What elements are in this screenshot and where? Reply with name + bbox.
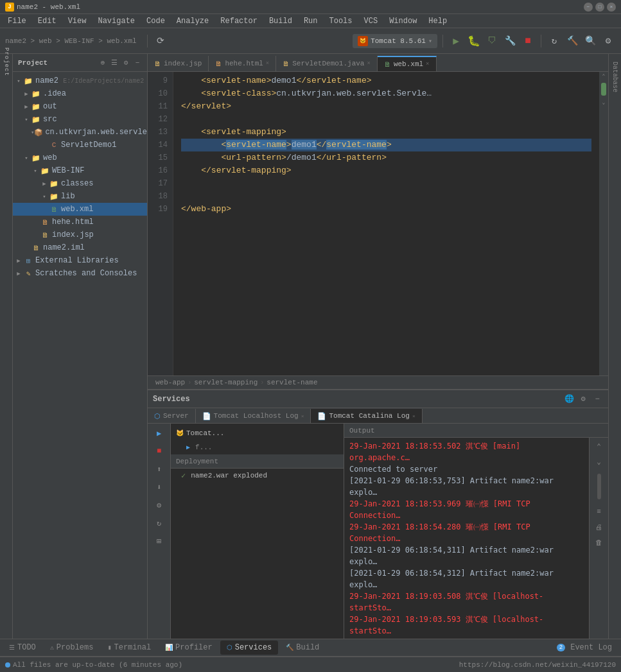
- tab-index-jsp[interactable]: 🗎 index.jsp: [148, 56, 209, 71]
- sidebar-project-icon[interactable]: Project: [1, 56, 12, 67]
- service-settings-btn[interactable]: ⚙: [152, 498, 166, 512]
- close-button[interactable]: ×: [607, 3, 616, 12]
- menu-view[interactable]: View: [63, 15, 92, 27]
- output-scroll-down-btn[interactable]: ⌄: [593, 456, 605, 467]
- service-run-btn[interactable]: ▶: [152, 426, 166, 440]
- menu-build[interactable]: Build: [264, 15, 297, 27]
- menu-analyze[interactable]: Analyze: [171, 15, 214, 27]
- toolbar-tab-services[interactable]: ⬡ Services: [220, 641, 279, 655]
- tab-servletdemo1-java[interactable]: 🗎 ServletDemo1.java ×: [276, 56, 378, 71]
- panel-sync-btn[interactable]: ⊕: [98, 58, 107, 67]
- line-numbers: 9 10 11 12 13 ◈ 14 15 16 17 18 19: [148, 72, 173, 375]
- run-btn[interactable]: ▶: [448, 33, 464, 49]
- editor-section: Project Project ⊕ ☰ ⚙ −: [0, 54, 621, 646]
- panel-globe-btn[interactable]: 🌐: [563, 393, 575, 405]
- tree-item-webxml[interactable]: 🗎 web.xml: [13, 203, 147, 216]
- menu-file[interactable]: File: [3, 15, 31, 27]
- output-scroll-up-btn[interactable]: ⌃: [593, 440, 605, 452]
- tree-item-package[interactable]: ▾ 📦 cn.utkvrjan.web.servlet: [13, 126, 147, 139]
- menu-code[interactable]: Code: [141, 15, 170, 27]
- panel-collapse-btn[interactable]: ☰: [110, 58, 119, 67]
- update-btn[interactable]: ↻: [547, 33, 562, 49]
- service-stop-btn[interactable]: ■: [152, 444, 166, 458]
- tomcat-dropdown-icon[interactable]: ▾: [428, 37, 432, 45]
- service-refresh-btn[interactable]: ↻: [152, 516, 166, 530]
- tab-webxml-label: web.xml: [394, 60, 423, 68]
- build-btn[interactable]: 🔨: [564, 33, 580, 49]
- toolbar-tab-terminal[interactable]: ▮ Terminal: [101, 641, 157, 655]
- tree-item-name2[interactable]: ▾ 📁 name2 E:/IdeaProjects/name2: [13, 74, 147, 87]
- lib-folder-icon: 📁: [49, 191, 59, 202]
- menu-navigate[interactable]: Navigate: [92, 15, 140, 27]
- debug-btn[interactable]: 🐛: [466, 33, 482, 49]
- services-item-folder[interactable]: ▶ f...: [171, 440, 344, 454]
- tab-hehe-close[interactable]: ×: [266, 60, 269, 67]
- deployment-item[interactable]: ✓ name2.war exploded: [171, 469, 344, 483]
- maximize-button[interactable]: □: [595, 3, 604, 12]
- tree-item-hehe[interactable]: 🗎 hehe.html: [13, 216, 147, 228]
- panel-gear-btn[interactable]: ⚙: [577, 393, 589, 405]
- tree-item-iml[interactable]: 🗎 name2.iml: [13, 241, 147, 254]
- tomcat-badge[interactable]: 🐱 Tomcat 8.5.61 ▾: [353, 34, 437, 48]
- menu-refactor[interactable]: Refactor: [215, 15, 263, 27]
- tab-catalina-close[interactable]: ×: [412, 413, 415, 419]
- output-print-btn[interactable]: 🖨: [593, 521, 605, 533]
- database-label[interactable]: Database: [611, 62, 618, 92]
- output-clear-btn[interactable]: 🗑: [593, 537, 605, 548]
- tab-server[interactable]: ⬡ Server: [148, 409, 196, 423]
- tree-item-classes[interactable]: ▶ 📁 classes: [13, 177, 147, 190]
- panel-minimize-btn[interactable]: −: [591, 393, 603, 405]
- tab-tomcat-localhost[interactable]: 📄 Tomcat Localhost Log ×: [196, 409, 311, 423]
- code-content[interactable]: <servlet-name>demo1</servlet-name> <serv…: [173, 72, 599, 375]
- tree-item-lib[interactable]: ▾ 📁 lib: [13, 190, 147, 203]
- stop-btn[interactable]: ■: [520, 33, 536, 49]
- toolbar-tab-profiler[interactable]: 📊 Profiler: [159, 641, 219, 655]
- menu-window[interactable]: Window: [384, 15, 422, 27]
- tab-webxml-close[interactable]: ×: [426, 61, 429, 67]
- status-dot-icon: [5, 662, 10, 668]
- services-item-tomcat[interactable]: 🐱 Tomcat...: [171, 426, 344, 440]
- minimize-button[interactable]: −: [584, 3, 593, 12]
- tree-item-external[interactable]: ▶ ⊞ External Libraries: [13, 254, 147, 267]
- menu-tools[interactable]: Tools: [324, 15, 358, 27]
- search-btn[interactable]: 🔍: [582, 33, 598, 49]
- panel-settings-btn[interactable]: ⚙: [121, 58, 130, 67]
- tab-servlet-close[interactable]: ×: [367, 60, 370, 67]
- panel-hide-btn[interactable]: −: [133, 58, 142, 67]
- menu-help[interactable]: Help: [423, 15, 452, 27]
- tab-localhost-close[interactable]: ×: [301, 413, 304, 419]
- tree-item-webinf[interactable]: ▾ 📁 WEB-INF: [13, 164, 147, 177]
- toolbar-sync-btn[interactable]: ⟳: [153, 33, 168, 49]
- service-deploy-btn[interactable]: ⬆: [152, 462, 166, 476]
- tab-web-xml[interactable]: 🗎 web.xml ×: [378, 56, 437, 71]
- tree-item-src[interactable]: ▾ 📁 src: [13, 113, 147, 126]
- service-layout-btn[interactable]: ⊞: [152, 534, 166, 548]
- tree-item-servletdemo1[interactable]: C ServletDemo1: [13, 139, 147, 151]
- tree-item-index[interactable]: 🗎 index.jsp: [13, 228, 147, 241]
- settings-btn[interactable]: ⚙: [600, 33, 616, 49]
- toolbar-tab-build[interactable]: 🔨 Build: [279, 641, 326, 655]
- menu-edit[interactable]: Edit: [33, 15, 62, 27]
- tab-hehe-html[interactable]: 🗎 hehe.html ×: [209, 56, 276, 71]
- output-log[interactable]: 29-Jan-2021 18:18:53.502 淇℃俊 [main] org.…: [344, 438, 589, 646]
- tree-item-web[interactable]: ▾ 📁 web: [13, 151, 147, 164]
- path-seg-servletname: servlet-name: [267, 379, 317, 386]
- event-log-btn[interactable]: 2 Event Log: [550, 641, 618, 655]
- menu-vcs[interactable]: VCS: [359, 15, 383, 27]
- output-wrap-btn[interactable]: ≡: [593, 506, 605, 517]
- tree-item-scratches[interactable]: ▶ ✎ Scratches and Consoles: [13, 267, 147, 280]
- status-url[interactable]: https://blog.csdn.net/weixin_44197120: [459, 661, 616, 669]
- toolbar-tab-problems[interactable]: ⚠ Problems: [44, 641, 100, 655]
- tree-arrow-name2: ▾: [14, 78, 23, 85]
- tree-item-out[interactable]: ▶ 📁 out: [13, 100, 147, 113]
- tab-tomcat-catalina[interactable]: 📄 Tomcat Catalina Log ×: [311, 409, 422, 423]
- tree-item-idea[interactable]: ▶ 📁 .idea: [13, 87, 147, 100]
- coverage-btn[interactable]: ⛉: [484, 33, 500, 49]
- tree-label-name2: name2 E:/IdeaProjects/name2: [35, 76, 144, 85]
- toolbar-tab-todo[interactable]: ☰ TODO: [3, 641, 42, 655]
- menu-run[interactable]: Run: [299, 15, 323, 27]
- profile-btn[interactable]: 🔧: [502, 33, 518, 49]
- output-label: Output: [349, 427, 375, 435]
- service-undeploy-btn[interactable]: ⬇: [152, 480, 166, 494]
- index-file-icon: 🗎: [40, 230, 50, 240]
